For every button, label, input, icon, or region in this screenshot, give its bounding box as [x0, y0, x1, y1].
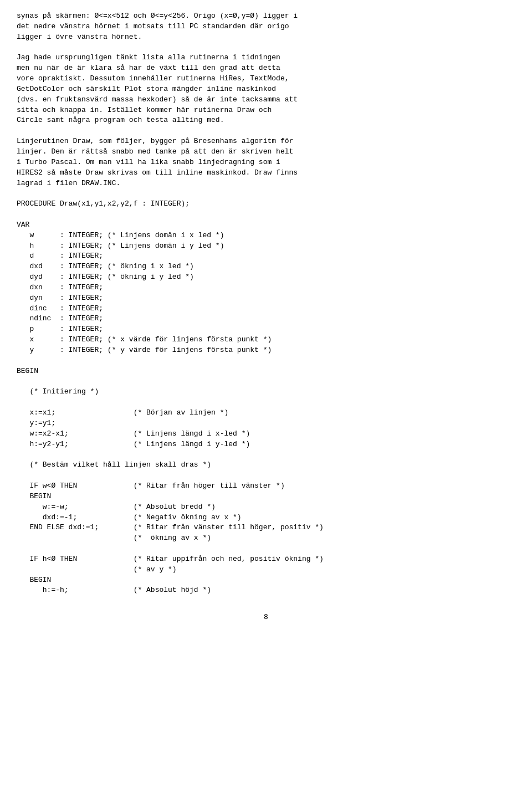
page-number: 8 — [17, 612, 515, 623]
page-content: synas på skärmen: Ø<=x<512 och Ø<=y<256.… — [17, 11, 515, 623]
main-text: synas på skärmen: Ø<=x<512 och Ø<=y<256.… — [17, 11, 515, 596]
